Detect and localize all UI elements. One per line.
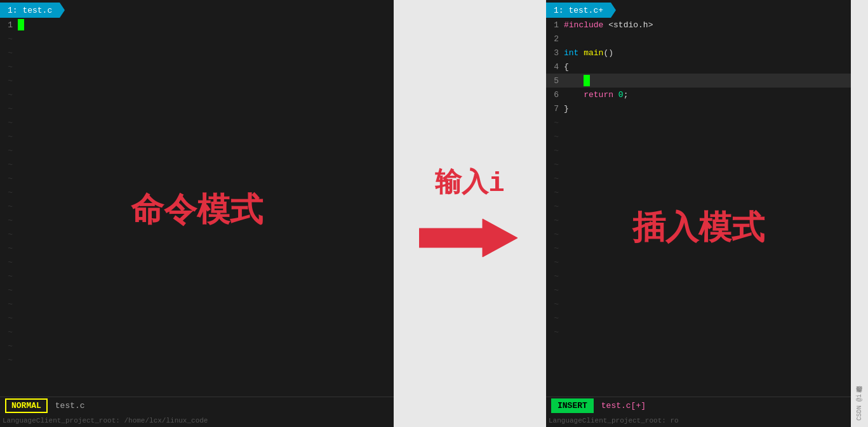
- right-tab-label: 1: test.c+: [554, 6, 603, 15]
- left-tab[interactable]: 1: test.c: [0, 3, 60, 18]
- right-status-filename: test.c[+]: [601, 401, 646, 411]
- left-editor-area: 1 命令模式 ~ ~ ~ ~ ~ ~ ~ ~ ~ ~ ~ ~: [0, 18, 394, 397]
- right-num-4: 4: [546, 62, 564, 72]
- left-editor-wrapper: 1 命令模式 ~ ~ ~ ~ ~ ~ ~ ~ ~ ~ ~ ~: [0, 18, 394, 427]
- line-num-1: 1: [0, 20, 18, 30]
- right-content-1: #include <stdio.h>: [564, 20, 653, 30]
- left-tab-bar: 1: test.c: [0, 0, 394, 18]
- left-tab-label: 1: test.c: [8, 6, 52, 15]
- right-overlay-text: 插入模式: [632, 206, 765, 250]
- left-tilde-area: 命令模式 ~ ~ ~ ~ ~ ~ ~ ~ ~ ~ ~ ~ ~ ~ ~ ~ ~ ~…: [0, 32, 394, 397]
- left-overlay-text: 命令模式: [131, 188, 263, 232]
- left-status-bar: NORMAL test.c: [0, 397, 394, 414]
- right-tilde-area: 插入模式 ~ ~ ~ ~ ~ ~ ~ ~ ~ ~ ~ ~ ~ ~ ~ ~: [546, 115, 851, 397]
- right-line-4: 4 {: [546, 60, 851, 74]
- vim-line-1: 1: [0, 18, 394, 32]
- cursor-block-right: [584, 75, 590, 86]
- right-content-6: return 0;: [564, 90, 628, 100]
- right-line-2: 2: [546, 32, 851, 46]
- right-vim-panel: 1: test.c+ 1 #include <stdio.h> 2 3 int …: [546, 0, 851, 427]
- right-arrow-svg: [419, 213, 521, 263]
- arrow-label: 输入i: [435, 164, 504, 200]
- right-num-3: 3: [546, 48, 564, 58]
- svg-marker-0: [419, 219, 517, 257]
- right-line-1: 1 #include <stdio.h>: [546, 18, 851, 32]
- right-num-7: 7: [546, 104, 564, 114]
- right-num-1: 1: [546, 20, 564, 30]
- right-content-7: }: [564, 104, 569, 114]
- right-tab-bar: 1: test.c+: [546, 0, 851, 18]
- middle-section: 输入i: [394, 0, 546, 427]
- cursor-block-left: [18, 19, 24, 30]
- right-num-6: 6: [546, 90, 564, 100]
- line-content-1: [18, 19, 24, 30]
- left-mode-badge: NORMAL: [5, 398, 48, 413]
- right-content-4: {: [564, 62, 569, 72]
- right-line-6: 6 return 0;: [546, 88, 851, 102]
- right-line-7: 7 }: [546, 102, 851, 115]
- watermark-area: CSDN @小白在努力i: [851, 0, 868, 427]
- right-editor-wrapper: 1 #include <stdio.h> 2 3 int main() 4: [546, 18, 851, 427]
- watermark-text: CSDN @小白在努力i: [855, 394, 864, 421]
- right-line-5: 5: [546, 74, 851, 88]
- right-content-3: int main(): [564, 48, 613, 58]
- right-content-5: [564, 75, 590, 86]
- left-vim-panel: 1: test.c 1 命令模式 ~ ~ ~ ~ ~ ~ ~: [0, 0, 394, 427]
- right-mode-badge: INSERT: [551, 398, 594, 413]
- right-editor-area: 1 #include <stdio.h> 2 3 int main() 4: [546, 18, 851, 397]
- right-status-bar: INSERT test.c[+]: [546, 397, 851, 414]
- arrow-container: [419, 213, 521, 263]
- right-tab[interactable]: 1: test.c+: [546, 3, 611, 18]
- left-status-bottom: LanguageClient_project_root: /home/lcx/l…: [3, 417, 208, 424]
- right-status-bottom: LanguageClient_project_root: ro: [549, 417, 679, 424]
- right-num-5: 5: [546, 76, 564, 86]
- right-num-2: 2: [546, 34, 564, 44]
- left-status-filename: test.c: [55, 401, 85, 411]
- right-line-3: 3 int main(): [546, 46, 851, 60]
